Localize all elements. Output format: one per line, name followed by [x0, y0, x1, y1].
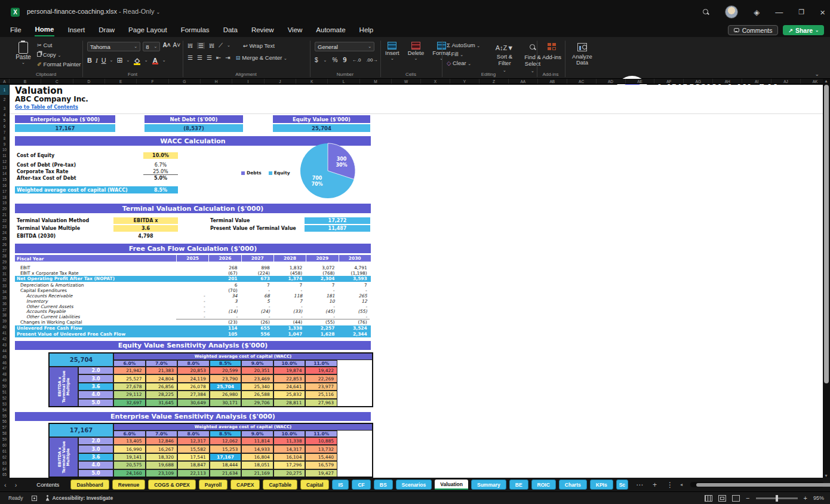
fcf-row[interactable]: Changes in Working Capital(23)(26)(44)(5… [15, 319, 371, 325]
wacc-value-2[interactable]: 25.0% [143, 168, 178, 175]
comma-format-button[interactable]: 𝟫 [343, 57, 346, 63]
terminal-left-value-0[interactable]: EBITDA x [113, 217, 178, 224]
fcf-cell[interactable]: (23) [208, 319, 237, 325]
sens-data-cell[interactable]: 29,706 [241, 399, 273, 407]
borders-button[interactable]: ⊞ [116, 56, 122, 64]
macro-record-button[interactable] [32, 496, 37, 501]
sens-data-cell[interactable]: 16,104 [273, 453, 306, 461]
column-header-H[interactable]: H [201, 79, 232, 84]
menu-tab-automate[interactable]: Automate [315, 25, 346, 36]
sens-row-header[interactable]: 4.0 [78, 391, 113, 398]
fcf-cell[interactable]: 556 [241, 331, 270, 337]
autosum-button[interactable]: Σ AutoSum ⌄ [447, 42, 480, 48]
sheet-tab-cogs-opex[interactable]: COGS & OPEX [148, 480, 196, 490]
column-header-M[interactable]: M [360, 79, 392, 84]
sens-data-cell[interactable]: 29,112 [113, 391, 146, 398]
sens-col-header[interactable]: 8.5% [210, 431, 242, 437]
sens-data-cell[interactable]: 28,225 [146, 391, 178, 398]
sens-col-header[interactable]: 6.0% [113, 431, 146, 437]
column-header-AB[interactable]: AB [538, 79, 567, 84]
share-button[interactable]: ↗ Share ⌄ [783, 25, 824, 35]
percent-format-button[interactable]: % [332, 57, 337, 63]
fcf-cell[interactable]: (14) [208, 309, 237, 314]
fcf-row[interactable]: Net Operating Profit After Tax (NOPAT)20… [15, 276, 371, 282]
sens-data-cell[interactable]: 17,167 [210, 453, 242, 461]
menu-tab-view[interactable]: View [287, 25, 303, 36]
fcf-cell[interactable]: 68 [241, 293, 270, 299]
row-header-23[interactable]: 23 [0, 224, 9, 230]
row-header-29[interactable]: 29 [0, 259, 9, 265]
page-layout-view-button[interactable] [718, 495, 726, 502]
zoom-in-button[interactable]: + [804, 494, 807, 502]
sens-col-header[interactable]: 8.0% [177, 431, 210, 437]
wacc-total-row[interactable]: Weighted average cost of capital (WACC) … [15, 186, 178, 193]
fcf-cell[interactable]: 673 [241, 276, 270, 281]
sens-data-cell[interactable]: 23,977 [305, 383, 337, 391]
fill-button[interactable]: ↓ Fill ⌄ [447, 51, 480, 57]
fcf-cell[interactable]: - [176, 309, 205, 314]
row-header-58[interactable]: 58 [0, 431, 9, 437]
column-header-AA[interactable]: AA [509, 79, 538, 84]
row-header-53[interactable]: 53 [0, 401, 9, 407]
sens-data-cell[interactable]: 17,541 [177, 453, 210, 461]
fcf-cell[interactable]: (33) [273, 309, 302, 314]
row-header-55[interactable]: 55 [0, 413, 9, 419]
fcf-cell[interactable]: 181 [306, 293, 334, 299]
column-header-Z[interactable]: Z [479, 79, 509, 84]
row-header-16[interactable]: 16 [0, 183, 9, 189]
row-header-64[interactable]: 64 [0, 466, 9, 472]
fcf-cell[interactable]: (76) [339, 319, 367, 325]
sens-data-cell[interactable]: 19,874 [273, 367, 306, 374]
row-header-4[interactable]: 4 [0, 112, 9, 118]
row-header-51[interactable]: 51 [0, 389, 9, 395]
minimize-button[interactable]: — [775, 8, 783, 17]
sens-col-header[interactable]: 11.0% [305, 360, 337, 367]
row-header-59[interactable]: 59 [0, 437, 9, 442]
fcf-cell[interactable]: 10 [306, 299, 334, 304]
bold-button[interactable]: B [87, 57, 92, 64]
fcf-cell[interactable]: 1,338 [273, 325, 302, 331]
row-header-5[interactable]: 5 [0, 118, 9, 124]
sens-data-cell[interactable]: 10,885 [305, 437, 337, 445]
fcf-cell[interactable]: 7 [273, 299, 302, 304]
fill-color-button[interactable]: ◇ [133, 57, 140, 64]
sens-data-cell[interactable]: 20,351 [241, 367, 273, 374]
sens-col-header[interactable]: 11.0% [305, 431, 337, 437]
shrink-font-button[interactable]: A˅ [173, 42, 180, 51]
row-header-62[interactable]: 62 [0, 454, 9, 460]
sens-data-cell[interactable]: 13,732 [305, 445, 337, 453]
sens-data-cell[interactable]: 13,405 [113, 437, 146, 445]
row-header-48[interactable]: 48 [0, 371, 9, 377]
sheet-tab-capex[interactable]: CAPEX [230, 480, 260, 490]
fcf-cell[interactable]: (67) [208, 271, 237, 276]
cut-button[interactable]: ✂ Cut [37, 42, 81, 48]
terminal-right-value-0[interactable]: 17,272 [305, 217, 370, 224]
sens-data-cell[interactable]: 24,119 [177, 374, 210, 382]
sens-data-cell[interactable]: 26,588 [241, 391, 273, 398]
paste-button[interactable]: Paste⌄ [14, 41, 32, 74]
summary-value-1[interactable]: (8,537) [145, 124, 243, 132]
fcf-cell[interactable]: (70) [208, 288, 237, 293]
row-header-54[interactable]: 54 [0, 407, 9, 413]
fcf-cell[interactable]: - [339, 288, 367, 293]
row-header-39[interactable]: 39 [0, 318, 9, 324]
fcf-cell[interactable]: 34 [208, 293, 237, 299]
sens-data-cell[interactable]: 18,320 [146, 453, 178, 461]
zoom-level[interactable]: 95% [813, 495, 824, 501]
row-header-65[interactable]: 65 [0, 472, 9, 478]
column-header-I[interactable]: I [232, 79, 264, 84]
row-header-17[interactable]: 17 [0, 189, 9, 195]
fcf-row[interactable]: EBIT x Corporate Tax Rate(67)(224)(458)(… [15, 271, 371, 276]
sens-data-cell[interactable]: 14,933 [241, 445, 273, 453]
sens-data-cell[interactable]: 11,338 [273, 437, 306, 445]
sens-data-cell[interactable]: 11,814 [241, 437, 273, 445]
accessibility-status[interactable]: Accessibility: Investigate [45, 495, 113, 501]
row-header-9[interactable]: 9 [0, 142, 9, 147]
fcf-cell[interactable]: 3 [208, 299, 237, 304]
fcf-cell[interactable]: 118 [273, 293, 302, 299]
sens-row-header[interactable]: 5.0 [78, 469, 113, 477]
row-header-22[interactable]: 22 [0, 218, 9, 224]
increase-decimal-button[interactable]: ←.0 [352, 57, 361, 63]
decrease-indent-button[interactable]: ⇤ [216, 54, 221, 61]
search-icon[interactable] [703, 9, 709, 16]
